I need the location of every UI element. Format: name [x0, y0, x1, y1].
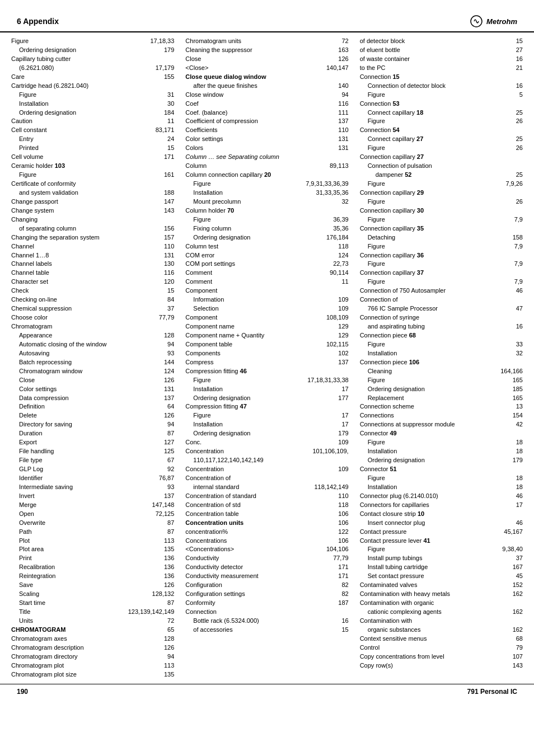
- list-item: Choose color77,79: [11, 313, 174, 322]
- list-item: Channel110: [11, 242, 174, 251]
- entry-text: Figure: [360, 117, 495, 126]
- entry-page: 144: [146, 358, 174, 367]
- entry-page: 110: [321, 492, 349, 501]
- entry-text: Chromatogram plot size: [11, 670, 146, 679]
- entry-text: Overwrite: [11, 519, 146, 528]
- list-item: File type67: [11, 456, 174, 465]
- entry-text: Installation: [185, 385, 320, 394]
- entry-text: Connection piece 106: [360, 358, 495, 367]
- list-item: Connection of syringe: [360, 313, 523, 322]
- list-item: Contact pressure45,167: [360, 528, 523, 537]
- entry-text: Chromatogram units: [185, 37, 320, 46]
- entry-page: [321, 153, 349, 162]
- list-item: Figure7,9: [360, 278, 523, 287]
- entry-text: Cartridge head (6.2821.040): [11, 82, 146, 91]
- list-item: Concentration units106: [185, 519, 348, 528]
- entry-text: Figure: [185, 180, 306, 189]
- list-item: Mount precolumn32: [185, 198, 348, 206]
- entry-page: 17: [321, 385, 349, 394]
- entry-page: 17: [495, 501, 523, 510]
- entry-page: 113: [146, 661, 174, 670]
- list-item: Check15: [11, 287, 174, 295]
- list-item: Delete126: [11, 411, 174, 420]
- list-item: Channel labels130: [11, 260, 174, 269]
- entry-text: Column connection capillary 20: [185, 171, 320, 180]
- entry-text: of detector block: [360, 37, 495, 46]
- entry-text: Intermediate saving: [11, 483, 146, 492]
- entry-text: Connection capillary 29: [360, 189, 495, 198]
- entry-text: Insert connector plug: [360, 519, 495, 528]
- list-item: Chromatogram: [11, 322, 174, 331]
- entry-text: Context sensitive menus: [360, 635, 495, 644]
- entry-text: internal standard: [185, 483, 314, 492]
- entry-page: 18: [495, 483, 523, 492]
- list-item: Contact pressure lever 41: [360, 537, 523, 546]
- entry-page: 129: [321, 331, 349, 340]
- list-item: Start time87: [11, 599, 174, 608]
- entry-text: Close queue dialog window: [185, 73, 320, 82]
- entry-text: Open: [11, 510, 146, 519]
- entry-page: 18: [495, 447, 523, 456]
- list-item: Figure7,9: [360, 260, 523, 269]
- entry-text: Contact closure strip 10: [360, 510, 495, 519]
- list-item: cationic complexing agents162: [360, 608, 523, 617]
- list-item: Copy concentrations from level107: [360, 652, 523, 661]
- list-item: Connection capillary 30: [360, 206, 523, 215]
- list-item: Connection scheme13: [360, 402, 523, 411]
- entry-text: Installation: [11, 100, 146, 109]
- entry-text: Component: [185, 287, 320, 295]
- entry-page: 167: [495, 563, 523, 572]
- list-item: Install pump tubings37: [360, 554, 523, 563]
- entry-page: 136: [146, 554, 174, 563]
- list-item: Appearance128: [11, 331, 174, 340]
- entry-text: dampener 52: [360, 171, 495, 180]
- entry-page: 171: [146, 153, 174, 162]
- entry-page: [495, 162, 523, 171]
- list-item: of detector block15: [360, 37, 523, 46]
- entry-text: (6.2621.080): [11, 64, 146, 73]
- list-item: Selection109: [185, 304, 348, 313]
- list-item: <Concentrations>104,106: [185, 545, 348, 554]
- entry-text: Concentration units: [185, 519, 320, 528]
- entry-page: 35,36: [321, 224, 349, 233]
- entry-text: Contact pressure lever 41: [360, 537, 495, 546]
- entry-page: 101,106,109,: [312, 447, 348, 456]
- entry-page: 137: [321, 358, 349, 367]
- entry-text: <Close>: [185, 64, 320, 73]
- entry-page: 65: [146, 626, 174, 635]
- list-item: Connection capillary 37: [360, 269, 523, 278]
- entry-text: Recalibration: [11, 563, 146, 572]
- entry-page: 47: [495, 304, 523, 313]
- entry-page: 46: [495, 287, 523, 295]
- entry-page: 77,79: [146, 313, 174, 322]
- entry-text: to the PC: [360, 64, 495, 73]
- entry-page: 64: [146, 402, 174, 411]
- entry-text: Duration: [11, 429, 146, 438]
- entry-page: 131: [146, 251, 174, 260]
- entry-text: Coef: [185, 100, 320, 109]
- entry-page: 90,114: [321, 269, 349, 278]
- list-item: Data compression137: [11, 394, 174, 403]
- entry-page: 21: [495, 64, 523, 73]
- entry-page: [495, 617, 523, 626]
- entry-page: 107: [495, 652, 523, 661]
- entry-page: 135: [146, 670, 174, 679]
- list-item: Ordering designation176,184: [185, 233, 348, 242]
- entry-text: Contaminated valves: [360, 581, 495, 590]
- entry-page: 76,87: [146, 474, 174, 483]
- list-item: Information109: [185, 295, 348, 304]
- entry-text: Connection 53: [360, 100, 495, 109]
- entry-text: Contamination with heavy metals: [360, 590, 495, 599]
- list-item: Context sensitive menus68: [360, 635, 523, 644]
- entry-text: Control: [360, 644, 495, 652]
- entry-page: [495, 100, 523, 109]
- entry-page: 16: [495, 55, 523, 64]
- entry-page: 162: [495, 608, 523, 617]
- entry-text: Concentration: [185, 465, 320, 474]
- entry-page: 17,18,33: [146, 37, 174, 46]
- entry-page: [321, 206, 349, 215]
- list-item: Connector 49: [360, 429, 523, 438]
- entry-text: Channel 1…8: [11, 251, 146, 260]
- entry-page: 162: [495, 626, 523, 635]
- entry-text: Figure: [11, 171, 146, 180]
